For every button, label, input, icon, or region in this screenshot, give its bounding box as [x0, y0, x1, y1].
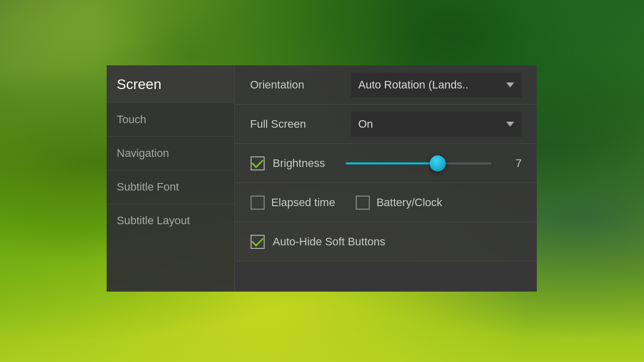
orientation-row: Orientation Auto Rotation (Lands..	[235, 65, 537, 105]
sidebar-item-subtitle-layout[interactable]: Subtitle Layout	[107, 204, 234, 237]
options-row: Elapsed time Battery/Clock	[235, 183, 537, 222]
brightness-slider-track	[346, 162, 492, 164]
fullscreen-label: Full Screen	[250, 118, 351, 131]
autohide-label: Auto-Hide Soft Buttons	[273, 235, 385, 248]
fullscreen-dropdown-arrow	[506, 122, 514, 127]
battery-clock-checkbox-unchecked	[356, 196, 370, 210]
autohide-checkbox-checked	[251, 235, 265, 249]
settings-content: Orientation Auto Rotation (Lands.. Full …	[235, 65, 537, 292]
orientation-dropdown[interactable]: Auto Rotation (Lands..	[351, 72, 522, 98]
brightness-slider-fill	[346, 162, 441, 164]
orientation-dropdown-arrow	[506, 82, 514, 87]
orientation-value: Auto Rotation (Lands..	[358, 78, 468, 92]
battery-clock-group: Battery/Clock	[355, 195, 442, 210]
brightness-row: Brightness 7	[235, 144, 537, 183]
sidebar-item-navigation[interactable]: Navigation	[107, 136, 234, 170]
settings-dialog: Screen Touch Navigation Subtitle Font Su…	[107, 65, 537, 292]
brightness-value: 7	[507, 157, 522, 170]
elapsed-time-checkbox[interactable]	[250, 195, 265, 210]
battery-clock-label: Battery/Clock	[376, 196, 442, 209]
content-bottom-area	[235, 261, 537, 292]
fullscreen-value: On	[358, 118, 373, 131]
fullscreen-row: Full Screen On	[235, 105, 537, 144]
orientation-label: Orientation	[250, 78, 351, 92]
settings-sidebar: Screen Touch Navigation Subtitle Font Su…	[107, 65, 235, 292]
sidebar-item-subtitle-font[interactable]: Subtitle Font	[107, 170, 234, 204]
sidebar-item-touch[interactable]: Touch	[107, 103, 234, 136]
elapsed-time-group: Elapsed time	[250, 195, 335, 210]
brightness-slider[interactable]	[346, 158, 492, 168]
brightness-slider-thumb[interactable]	[430, 155, 446, 171]
elapsed-time-label: Elapsed time	[271, 196, 335, 209]
elapsed-time-checkbox-unchecked	[251, 196, 265, 210]
battery-clock-checkbox[interactable]	[355, 195, 370, 210]
brightness-label: Brightness	[273, 157, 338, 170]
sidebar-title: Screen	[107, 65, 234, 103]
fullscreen-dropdown[interactable]: On	[351, 112, 522, 137]
brightness-checkbox-checked	[251, 156, 265, 170]
autohide-checkbox[interactable]	[250, 234, 265, 249]
brightness-checkbox[interactable]	[250, 156, 265, 171]
autohide-row: Auto-Hide Soft Buttons	[235, 222, 537, 261]
